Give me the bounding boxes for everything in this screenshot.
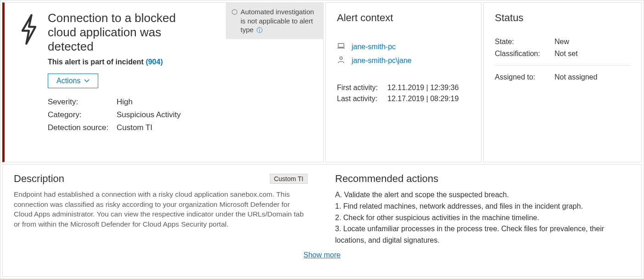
first-activity-label: First activity: [337,84,387,92]
user-row: jane-smith-pc\jane [337,56,470,65]
alert-properties: Severity: High Category: Suspicious Acti… [48,97,204,132]
category-label: Category: [48,110,117,120]
first-activity-value: 12.11.2019 | 12:39:36 [387,84,459,92]
auto-banner-text: Automated investigation is not applicabl… [241,8,314,34]
show-more-row: Show more [14,246,630,265]
recommended-list: A. Validate the alert and scope the susp… [335,189,630,246]
actions-label: Actions [56,77,80,85]
description-heading-row: Description Custom TI [14,173,308,185]
status-heading: Status [495,12,630,24]
svg-point-1 [340,57,342,60]
actions-button[interactable]: Actions [48,74,98,88]
alert-summary-card: Automated investigation is not applicabl… [2,2,324,162]
user-link[interactable]: jane-smith-pc\jane [352,57,412,65]
context-heading: Alert context [337,12,470,24]
status-grid: State: New Classification: Not set Assig… [495,38,630,85]
alert-title: Connection to a blocked cloud applicatio… [48,11,204,54]
user-icon [337,56,345,65]
automated-investigation-banner: Automated investigation is not applicabl… [226,3,323,39]
info-icon[interactable]: ⓘ [257,27,263,34]
hexagon-icon [231,7,238,17]
laptop-icon [337,42,345,51]
alert-context-card: Alert context jane-smith-pc jane-smith-p… [325,2,482,162]
severity-value: High [117,97,133,107]
custom-ti-tag: Custom TI [270,174,308,184]
state-label: State: [495,38,554,46]
rec-line-a: A. Validate the alert and scope the susp… [335,189,630,201]
svg-rect-0 [338,44,344,47]
assigned-label: Assigned to: [495,73,554,81]
lightning-bolt-icon [18,11,39,47]
last-activity-value: 12.17.2019 | 08:29:19 [387,95,459,103]
recommended-column: Recommended actions A. Validate the aler… [335,173,630,246]
rec-line-3: 3. Locate unfamiliar processes in the pr… [335,223,630,246]
status-divider [495,65,630,66]
chevron-down-icon [84,78,90,84]
show-more-link[interactable]: Show more [303,251,341,259]
subtitle-prefix: This alert is part of incident [48,58,146,66]
rec-line-2: 2. Check for other suspicious activities… [335,212,630,224]
severity-label: Severity: [48,97,117,107]
last-activity-label: Last activity: [337,95,387,103]
device-row: jane-smith-pc [337,42,470,51]
details-columns: Description Custom TI Endpoint had estab… [14,173,630,246]
rec-line-1: 1. Find related machines, network addres… [335,201,630,212]
assigned-value: Not assigned [554,73,597,81]
activity-times: First activity: 12.11.2019 | 12:39:36 La… [337,84,470,106]
description-column: Description Custom TI Endpoint had estab… [14,173,308,246]
incident-link[interactable]: (904) [146,58,162,66]
alert-subtitle: This alert is part of incident (904) [48,58,204,66]
device-link[interactable]: jane-smith-pc [352,43,396,51]
category-value: Suspicious Activity [117,110,181,120]
classification-value: Not set [554,50,578,58]
state-value: New [554,38,569,46]
top-row: Automated investigation is not applicabl… [2,2,642,162]
description-heading: Description [14,173,64,185]
detection-label: Detection source: [48,123,117,132]
classification-label: Classification: [495,50,554,58]
status-card: Status State: New Classification: Not se… [483,2,642,162]
detection-value: Custom TI [117,123,152,132]
description-body: Endpoint had established a connection wi… [14,189,308,229]
recommended-heading: Recommended actions [335,173,630,185]
details-card: Description Custom TI Endpoint had estab… [2,164,642,277]
alert-detail-page: Automated investigation is not applicabl… [0,0,644,279]
